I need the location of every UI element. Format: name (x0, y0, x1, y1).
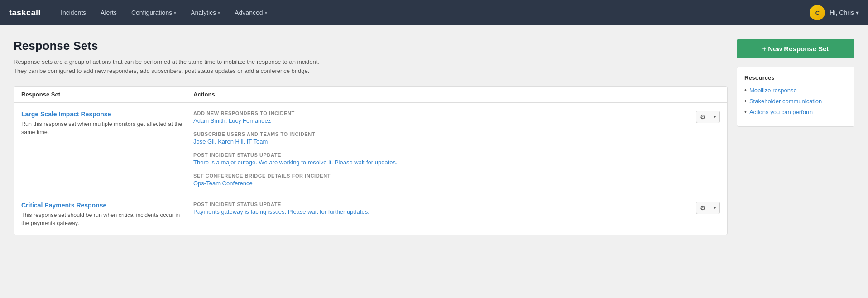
response-set-link[interactable]: Critical Payments Response (21, 202, 184, 209)
nav-incidents[interactable]: Incidents (54, 6, 92, 19)
avatar: C (810, 5, 825, 20)
action-label: POST INCIDENT STATUS UPDATE (193, 202, 720, 207)
action-value[interactable]: Adam Smith, Lucy Fernandez (193, 117, 720, 124)
chevron-down-icon: ▾ (856, 9, 859, 16)
navbar-right: C Hi, Chris ▾ (810, 5, 859, 20)
navbar: taskcall Incidents Alerts Configurations… (0, 0, 868, 25)
user-menu[interactable]: Hi, Chris ▾ (830, 9, 859, 16)
resources-box: Resources Mobilize response Stakeholder … (737, 67, 854, 127)
chevron-down-icon[interactable]: ▾ (710, 112, 719, 122)
response-sets-table: Response Set Actions Large Scale Impact … (14, 86, 728, 235)
action-block: POST INCIDENT STATUS UPDATE Payments gat… (193, 202, 720, 215)
resource-link-stakeholder[interactable]: Stakeholder communication (744, 97, 847, 105)
table-row: Critical Payments Response This response… (14, 194, 727, 235)
action-value[interactable]: Jose Gil, Karen Hill, IT Team (193, 138, 720, 145)
gear-button[interactable]: ⚙ ▾ (696, 202, 720, 214)
row-actions-col: POST INCIDENT STATUS UPDATE Payments gat… (193, 202, 720, 215)
action-label: SET CONFERENCE BRIDGE DETAILS FOR INCIDE… (193, 173, 720, 178)
nav-configurations[interactable]: Configurations ▾ (125, 6, 182, 19)
row-name-col: Critical Payments Response This response… (21, 202, 193, 227)
new-response-set-button[interactable]: + New Response Set (737, 39, 854, 58)
action-block: ADD NEW RESPONDERS TO INCIDENT Adam Smit… (193, 111, 720, 124)
col-header-actions: Actions (193, 91, 720, 98)
chevron-down-icon: ▾ (265, 10, 267, 15)
chevron-down-icon: ▾ (174, 10, 176, 15)
resources-list: Mobilize response Stakeholder communicat… (744, 87, 847, 115)
gear-icon[interactable]: ⚙ (696, 111, 710, 123)
action-block: SET CONFERENCE BRIDGE DETAILS FOR INCIDE… (193, 173, 720, 187)
row-name-col: Large Scale Impact Response Run this res… (21, 111, 193, 136)
resource-link-actions[interactable]: Actions you can perform (744, 108, 847, 115)
chevron-down-icon[interactable]: ▾ (710, 203, 719, 213)
gear-button[interactable]: ⚙ ▾ (696, 111, 720, 123)
row-description: This response set should be run when cri… (21, 211, 184, 227)
action-label: POST INCIDENT STATUS UPDATE (193, 152, 720, 158)
table-row: Large Scale Impact Response Run this res… (14, 103, 727, 194)
chevron-down-icon: ▾ (218, 10, 220, 15)
nav-advanced[interactable]: Advanced ▾ (228, 6, 273, 19)
action-label: ADD NEW RESPONDERS TO INCIDENT (193, 111, 720, 116)
gear-icon[interactable]: ⚙ (696, 202, 710, 214)
resources-title: Resources (744, 74, 847, 81)
main-area: Response Sets Response sets are a group … (14, 39, 728, 284)
action-block: SUBSCRIBE USERS AND TEAMS TO INCIDENT Jo… (193, 131, 720, 145)
nav-analytics[interactable]: Analytics ▾ (184, 6, 226, 19)
action-value[interactable]: Payments gateway is facing issues. Pleas… (193, 208, 720, 215)
row-description: Run this response set when multiple moni… (21, 120, 184, 136)
response-set-link[interactable]: Large Scale Impact Response (21, 111, 184, 118)
sidebar: + New Response Set Resources Mobilize re… (737, 39, 854, 284)
row-actions-col: ADD NEW RESPONDERS TO INCIDENT Adam Smit… (193, 111, 720, 187)
col-header-response-set: Response Set (21, 91, 193, 98)
resource-link-mobilize[interactable]: Mobilize response (744, 87, 847, 94)
action-value[interactable]: There is a major outage. We are working … (193, 159, 720, 166)
nav-alerts[interactable]: Alerts (94, 6, 123, 19)
action-block: POST INCIDENT STATUS UPDATE There is a m… (193, 152, 720, 166)
table-header: Response Set Actions (14, 87, 727, 103)
action-label: SUBSCRIBE USERS AND TEAMS TO INCIDENT (193, 131, 720, 137)
page-description: Response sets are a group of actions tha… (14, 58, 321, 75)
page-content: Response Sets Response sets are a group … (0, 25, 868, 298)
page-title: Response Sets (14, 39, 728, 53)
brand-logo[interactable]: taskcall (9, 8, 41, 18)
action-value[interactable]: Ops-Team Conference (193, 180, 720, 187)
nav-links: Incidents Alerts Configurations ▾ Analyt… (54, 6, 810, 19)
